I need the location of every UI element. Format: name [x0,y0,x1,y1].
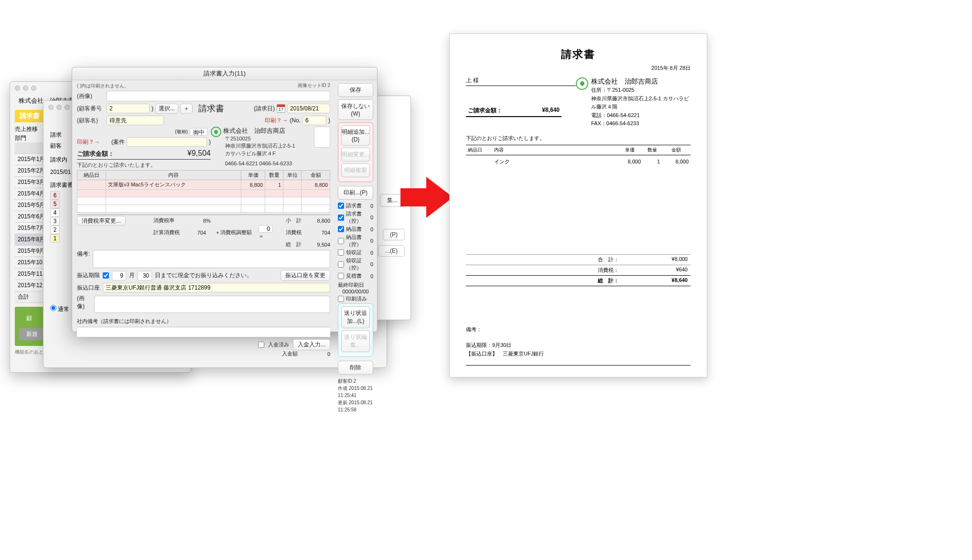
detail-dup-button[interactable]: 明細複製 [341,163,370,177]
bg1-tab[interactable]: 請求書 [15,110,44,122]
dth-amt: 金額 [662,145,691,155]
bg2-num[interactable]: 3 [50,217,60,226]
footer-id-l: 顧客ID [338,378,352,384]
doc-addr2: 神奈川県藤沢市鵠沼石上2-5-1 カサハラビル藤沢４階 [591,95,691,111]
paid-entry-button[interactable]: 入金入力... [293,339,330,350]
th-desc: 内容 [106,171,241,180]
table-row[interactable] [77,205,330,213]
internal-note-box[interactable] [77,327,330,337]
print-toggle-1[interactable]: 印刷？→ [265,117,288,125]
print-check-label: 請求書 [346,202,362,209]
bg1-btn-2[interactable]: 新規 [19,328,45,340]
send-edit-button[interactable]: 送り状編集... [341,330,370,352]
print-toggle-2[interactable]: 印刷？→ [77,138,100,146]
honorific-value[interactable]: 御中 [190,128,208,136]
image-label: (画像) [77,92,105,100]
image2-label: (画像) [77,294,91,311]
due-day[interactable] [138,271,152,280]
bank-input[interactable] [103,283,330,292]
print-check-count: 0 [370,226,373,232]
print-button[interactable]: 印刷...(P) [338,186,373,200]
print-checkbox[interactable] [338,215,344,221]
print-checkbox[interactable] [338,249,344,256]
bg2-num[interactable]: 2 [50,226,60,234]
printed-checkbox[interactable] [338,296,344,302]
detail-edit-button[interactable]: 明細変更... [341,148,370,162]
print-check-count: 0 [370,273,373,279]
print-check-row: 請求書（控）0 [338,210,373,225]
calctax-value: 704 [187,230,206,236]
subtotal-label: 小 計 [278,217,302,224]
print-checkbox[interactable] [338,261,344,268]
change-account-button[interactable]: 振込口座を変更 [281,270,330,281]
bg2-num[interactable]: 1 [50,234,60,243]
below-note: 下記のとおりご請求いたします。 [77,162,211,169]
print-checkbox[interactable] [338,203,344,209]
bg1-btn-1[interactable]: 顧 [19,312,40,324]
doc-due: 振込期限：9月30日 [466,341,691,350]
print-check-row: 領収証（控）0 [338,257,373,271]
taxadj-input[interactable] [259,225,273,233]
due-month[interactable] [112,271,126,280]
print-check-row: 請求書0 [338,202,373,209]
print-checkbox[interactable] [338,238,344,244]
total-label: 総 計 [278,241,302,248]
paid-checkbox[interactable] [258,342,264,348]
table-row[interactable] [77,197,330,205]
no-label: (No. [290,117,301,124]
select-button[interactable]: 選択... [155,104,178,114]
customer-name-input[interactable] [107,116,164,125]
memo-textarea[interactable] [93,250,330,268]
customer-no-input[interactable] [107,104,150,113]
label-dept: 部門 [15,135,26,141]
delete-button[interactable]: 削除 [338,361,373,375]
bg2-radio[interactable] [50,305,56,311]
line-items-table[interactable]: 納品日 内容 単価 数量 単位 金額 文庫版v3 Mac5ライセンスパック 8,… [77,170,330,213]
dt-total-l: 総 計： [598,277,631,284]
paid-chk-label: 入金済み [268,341,289,348]
dt-tax-l: 消費税： [598,267,631,274]
bg3-btn2[interactable]: (P) [383,229,405,240]
table-row[interactable]: 文庫版v3 Mac5ライセンスパック 8,8001 8,800 [77,180,330,190]
plus-button[interactable]: ＋ [180,104,193,114]
addr-line: 神奈川県藤沢市鵠沼石上2-5-1 [225,142,295,150]
subject-label: (案件 [111,138,125,146]
addr-bldg: カサハラビル藤沢４F [225,150,295,157]
send-add-button[interactable]: 送り状追加...(L) [341,306,370,328]
bg2-num[interactable]: 5 [50,200,60,208]
save-button[interactable]: 保存 [338,83,373,97]
amount-value: ¥9,504 [187,149,211,158]
print-checkbox[interactable] [338,226,344,232]
th-unit: 単位 [283,171,302,180]
bank-label: 振込口座 [77,284,100,292]
print-check-label: 請求書（控） [346,210,370,225]
subject-input[interactable] [127,137,207,147]
due-checkbox[interactable] [103,272,109,279]
reqdate-input[interactable] [287,104,330,113]
image-box[interactable] [107,91,330,101]
image2-box[interactable] [94,296,330,313]
no-input[interactable] [302,116,326,125]
table-row[interactable] [77,190,330,197]
detail-add-button[interactable]: 明細追加...(D) [341,125,370,146]
company-logo-icon [576,77,588,90]
paid-amt-label: 入金額 [282,350,298,357]
doc-table: 納品日 内容 単価 数量 金額 インク 8,00018,000 [466,145,691,168]
print-checkbox[interactable] [338,273,344,279]
bg2-num[interactable]: 6 [50,191,60,200]
tax-rate-button[interactable]: 消費税率変更... [77,216,126,226]
taxrate-label: 消費税率 [153,217,187,224]
eq: ＝ [259,233,264,239]
bg3-btn3[interactable]: ...(E) [378,245,405,257]
doc-title: 請求書 [466,47,691,62]
taxrate-value: 8 [187,218,206,224]
calendar-icon[interactable]: 17 [277,104,285,113]
print-check-label: 納品書（控） [346,234,370,248]
print-check-row: 納品書（控）0 [338,234,373,248]
stamp-box[interactable] [314,127,330,148]
footer-updated-l: 更新 [338,400,347,405]
bg2-num[interactable]: 4 [50,208,60,217]
dont-save-button[interactable]: 保存しない (W) [338,99,373,120]
dth-date: 納品日 [466,145,492,155]
send-group: 送り状追加...(L) 送り状編集... [338,303,373,357]
